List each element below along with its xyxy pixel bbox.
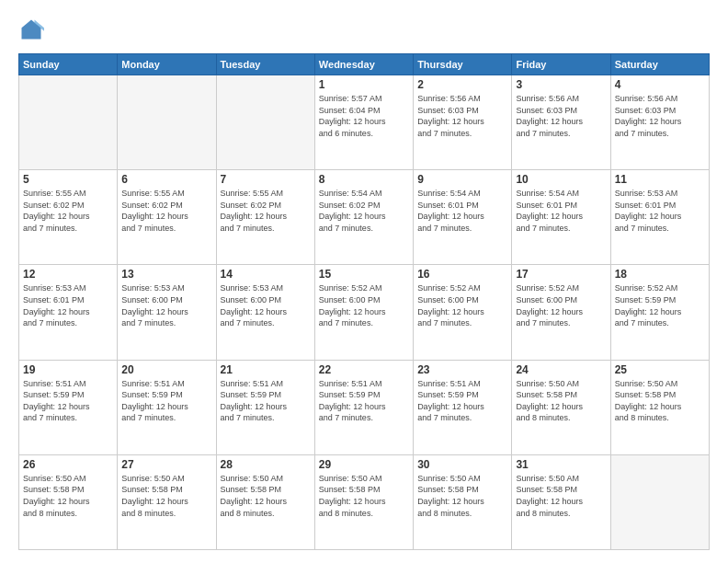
day-info: Sunrise: 5:57 AMSunset: 6:04 PMDaylight:… <box>319 93 409 139</box>
calendar-cell: 21Sunrise: 5:51 AMSunset: 5:59 PMDayligh… <box>216 360 314 454</box>
day-number: 23 <box>417 363 507 376</box>
calendar-cell: 15Sunrise: 5:52 AMSunset: 6:00 PMDayligh… <box>314 265 413 360</box>
calendar-cell: 11Sunrise: 5:53 AMSunset: 6:01 PMDayligh… <box>610 170 709 265</box>
day-number: 6 <box>121 173 211 186</box>
calendar-cell: 1Sunrise: 5:57 AMSunset: 6:04 PMDaylight… <box>314 75 413 170</box>
day-info: Sunrise: 5:50 AMSunset: 5:58 PMDaylight:… <box>516 473 606 519</box>
day-number: 31 <box>516 458 606 471</box>
calendar-cell: 30Sunrise: 5:50 AMSunset: 5:58 PMDayligh… <box>414 454 512 549</box>
day-info: Sunrise: 5:51 AMSunset: 5:59 PMDaylight:… <box>319 378 409 424</box>
day-number: 27 <box>121 458 211 471</box>
day-info: Sunrise: 5:54 AMSunset: 6:01 PMDaylight:… <box>417 188 507 234</box>
logo-icon <box>18 17 44 42</box>
day-number: 28 <box>221 458 311 471</box>
calendar-cell: 8Sunrise: 5:54 AMSunset: 6:02 PMDaylight… <box>314 170 413 265</box>
day-info: Sunrise: 5:51 AMSunset: 5:59 PMDaylight:… <box>121 378 211 424</box>
calendar-cell: 6Sunrise: 5:55 AMSunset: 6:02 PMDaylight… <box>118 170 216 265</box>
day-info: Sunrise: 5:53 AMSunset: 6:01 PMDaylight:… <box>23 282 113 328</box>
day-number: 26 <box>23 458 113 471</box>
calendar-week-2: 5Sunrise: 5:55 AMSunset: 6:02 PMDaylight… <box>19 170 710 265</box>
day-info: Sunrise: 5:56 AMSunset: 6:03 PMDaylight:… <box>417 93 507 139</box>
calendar-header-saturday: Saturday <box>610 54 709 75</box>
calendar-header-thursday: Thursday <box>414 54 512 75</box>
calendar-cell: 29Sunrise: 5:50 AMSunset: 5:58 PMDayligh… <box>314 454 413 549</box>
day-info: Sunrise: 5:51 AMSunset: 5:59 PMDaylight:… <box>417 378 507 424</box>
day-info: Sunrise: 5:56 AMSunset: 6:03 PMDaylight:… <box>516 93 606 139</box>
calendar-cell: 2Sunrise: 5:56 AMSunset: 6:03 PMDaylight… <box>414 75 512 170</box>
calendar-table: SundayMondayTuesdayWednesdayThursdayFrid… <box>18 53 710 550</box>
day-number: 29 <box>319 458 409 471</box>
day-info: Sunrise: 5:50 AMSunset: 5:58 PMDaylight:… <box>319 473 409 519</box>
calendar-cell: 27Sunrise: 5:50 AMSunset: 5:58 PMDayligh… <box>118 454 216 549</box>
day-number: 8 <box>319 173 409 186</box>
calendar-cell: 7Sunrise: 5:55 AMSunset: 6:02 PMDaylight… <box>216 170 314 265</box>
day-info: Sunrise: 5:54 AMSunset: 6:02 PMDaylight:… <box>319 188 409 234</box>
day-info: Sunrise: 5:53 AMSunset: 6:01 PMDaylight:… <box>615 188 705 234</box>
calendar-cell: 22Sunrise: 5:51 AMSunset: 5:59 PMDayligh… <box>314 360 413 454</box>
calendar-cell: 17Sunrise: 5:52 AMSunset: 6:00 PMDayligh… <box>512 265 610 360</box>
day-number: 10 <box>516 173 606 186</box>
day-info: Sunrise: 5:52 AMSunset: 6:00 PMDaylight:… <box>516 282 606 328</box>
day-number: 15 <box>319 268 409 281</box>
calendar-cell <box>216 75 314 170</box>
calendar-cell: 9Sunrise: 5:54 AMSunset: 6:01 PMDaylight… <box>414 170 512 265</box>
day-info: Sunrise: 5:52 AMSunset: 6:00 PMDaylight:… <box>319 282 409 328</box>
day-info: Sunrise: 5:56 AMSunset: 6:03 PMDaylight:… <box>615 93 705 139</box>
day-number: 24 <box>516 363 606 376</box>
day-number: 9 <box>417 173 507 186</box>
day-number: 22 <box>319 363 409 376</box>
day-info: Sunrise: 5:51 AMSunset: 5:59 PMDaylight:… <box>221 378 311 424</box>
calendar-cell: 12Sunrise: 5:53 AMSunset: 6:01 PMDayligh… <box>19 265 118 360</box>
calendar-cell: 20Sunrise: 5:51 AMSunset: 5:59 PMDayligh… <box>118 360 216 454</box>
day-number: 25 <box>615 363 705 376</box>
day-info: Sunrise: 5:50 AMSunset: 5:58 PMDaylight:… <box>221 473 311 519</box>
day-info: Sunrise: 5:50 AMSunset: 5:58 PMDaylight:… <box>516 378 606 424</box>
page: SundayMondayTuesdayWednesdayThursdayFrid… <box>0 0 728 563</box>
calendar-cell <box>610 454 709 549</box>
day-info: Sunrise: 5:54 AMSunset: 6:01 PMDaylight:… <box>516 188 606 234</box>
day-number: 13 <box>121 268 211 281</box>
calendar-week-3: 12Sunrise: 5:53 AMSunset: 6:01 PMDayligh… <box>19 265 710 360</box>
calendar-cell: 14Sunrise: 5:53 AMSunset: 6:00 PMDayligh… <box>216 265 314 360</box>
calendar-cell: 25Sunrise: 5:50 AMSunset: 5:58 PMDayligh… <box>610 360 709 454</box>
calendar-cell: 5Sunrise: 5:55 AMSunset: 6:02 PMDaylight… <box>19 170 118 265</box>
calendar-cell: 31Sunrise: 5:50 AMSunset: 5:58 PMDayligh… <box>512 454 610 549</box>
calendar-header-row: SundayMondayTuesdayWednesdayThursdayFrid… <box>19 54 710 75</box>
day-info: Sunrise: 5:52 AMSunset: 6:00 PMDaylight:… <box>417 282 507 328</box>
calendar-cell: 13Sunrise: 5:53 AMSunset: 6:00 PMDayligh… <box>118 265 216 360</box>
day-number: 4 <box>615 78 705 91</box>
day-info: Sunrise: 5:51 AMSunset: 5:59 PMDaylight:… <box>23 378 113 424</box>
calendar-header-friday: Friday <box>512 54 610 75</box>
calendar-header-wednesday: Wednesday <box>314 54 413 75</box>
calendar-header-tuesday: Tuesday <box>216 54 314 75</box>
day-info: Sunrise: 5:53 AMSunset: 6:00 PMDaylight:… <box>121 282 211 328</box>
day-number: 19 <box>23 363 113 376</box>
calendar-week-4: 19Sunrise: 5:51 AMSunset: 5:59 PMDayligh… <box>19 360 710 454</box>
calendar-week-5: 26Sunrise: 5:50 AMSunset: 5:58 PMDayligh… <box>19 454 710 549</box>
day-number: 14 <box>221 268 311 281</box>
calendar-week-1: 1Sunrise: 5:57 AMSunset: 6:04 PMDaylight… <box>19 75 710 170</box>
calendar-cell: 4Sunrise: 5:56 AMSunset: 6:03 PMDaylight… <box>610 75 709 170</box>
calendar-cell: 26Sunrise: 5:50 AMSunset: 5:58 PMDayligh… <box>19 454 118 549</box>
day-number: 7 <box>221 173 311 186</box>
day-number: 21 <box>221 363 311 376</box>
day-info: Sunrise: 5:50 AMSunset: 5:58 PMDaylight:… <box>121 473 211 519</box>
day-info: Sunrise: 5:55 AMSunset: 6:02 PMDaylight:… <box>121 188 211 234</box>
day-info: Sunrise: 5:50 AMSunset: 5:58 PMDaylight:… <box>23 473 113 519</box>
day-info: Sunrise: 5:53 AMSunset: 6:00 PMDaylight:… <box>221 282 311 328</box>
day-number: 16 <box>417 268 507 281</box>
day-info: Sunrise: 5:55 AMSunset: 6:02 PMDaylight:… <box>23 188 113 234</box>
calendar-cell: 3Sunrise: 5:56 AMSunset: 6:03 PMDaylight… <box>512 75 610 170</box>
calendar-cell <box>118 75 216 170</box>
calendar-cell: 16Sunrise: 5:52 AMSunset: 6:00 PMDayligh… <box>414 265 512 360</box>
day-number: 11 <box>615 173 705 186</box>
day-number: 20 <box>121 363 211 376</box>
calendar-cell: 18Sunrise: 5:52 AMSunset: 5:59 PMDayligh… <box>610 265 709 360</box>
calendar-cell: 23Sunrise: 5:51 AMSunset: 5:59 PMDayligh… <box>414 360 512 454</box>
calendar-header-monday: Monday <box>118 54 216 75</box>
day-number: 12 <box>23 268 113 281</box>
day-info: Sunrise: 5:55 AMSunset: 6:02 PMDaylight:… <box>221 188 311 234</box>
calendar-header-sunday: Sunday <box>19 54 118 75</box>
day-number: 5 <box>23 173 113 186</box>
day-number: 3 <box>516 78 606 91</box>
